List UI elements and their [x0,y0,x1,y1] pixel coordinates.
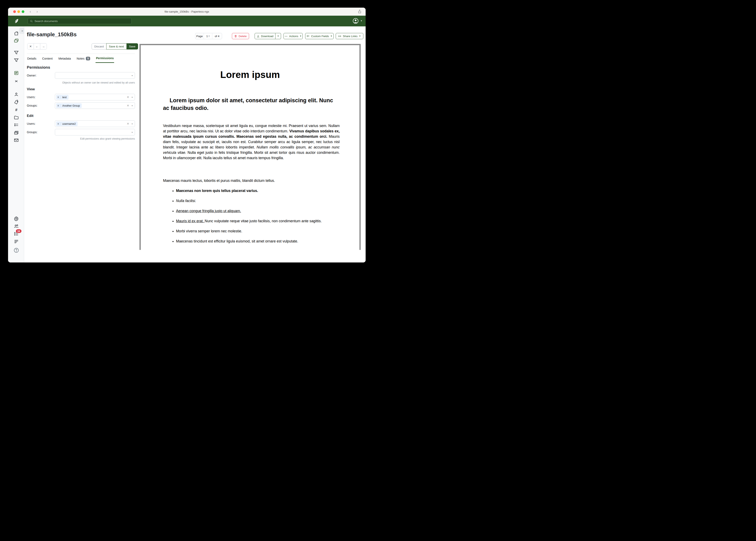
tasks-count-badge: 16 [16,229,21,233]
selected-user-chip: x test [56,95,69,100]
list-item: Aenean congue fringilla justo ut aliquam… [176,208,327,214]
sidebar-item-dashboard[interactable] [14,31,19,36]
sidebar-item-filter[interactable] [14,58,19,63]
chevron-down-icon: ▾ [132,131,133,133]
main-content: file-sample_150kBs ✕ ← → Discard Save & … [24,26,366,263]
page-stepper-icon[interactable]: ▲▼ [208,35,210,37]
caret-down-icon: ▼ [360,20,362,22]
tab-content[interactable]: Content [42,55,53,63]
sidebar-item-users-groups[interactable] [14,224,19,229]
clear-field-icon[interactable]: ✕ [127,96,129,99]
view-users-select[interactable]: x test ✕ ▾ [55,94,135,100]
edit-groups-select[interactable]: ▾ [55,129,135,136]
discard-button[interactable]: Discard [92,43,106,50]
edit-users-label: Users: [27,122,35,125]
owner-select[interactable]: ▾ [55,72,135,79]
window-title: file-sample_150kBs - Paperless-ngx [8,8,366,16]
sidebar-item-file-tasks[interactable] [14,130,19,136]
tab-details[interactable]: Details [27,55,37,63]
remove-chip-icon[interactable]: x [56,96,60,99]
editor-tabs: Details Content Metadata Notes5 Permissi… [27,55,114,63]
sidebar-open-document[interactable] [14,70,19,76]
document-title: file-sample_150kBs [27,31,77,38]
save-and-next-button[interactable]: Save & next [106,43,127,50]
link-icon [338,35,341,38]
view-groups-select[interactable]: x Another Group ✕ ▾ [55,102,135,109]
view-users-label: Users: [27,96,35,99]
caret-down-icon: ▼ [300,35,301,37]
sidebar-item-settings[interactable] [14,216,19,222]
sidebar-item-custom-fields[interactable] [14,122,19,128]
share-links-button[interactable]: Share Links ▼ [336,33,363,39]
edit-users-select[interactable]: x username2 ✕ ▾ [55,120,135,127]
clear-field-icon[interactable]: ✕ [127,122,129,125]
notes-count-badge: 5 [86,57,90,60]
delete-button[interactable]: Delete [232,33,249,39]
owner-label: Owner: [27,74,37,77]
save-button[interactable]: Save [127,43,138,50]
previous-document-button[interactable]: ← [34,44,40,49]
sidebar-item-document-types[interactable] [14,115,19,120]
download-button[interactable]: Download [255,33,275,39]
caret-down-icon: ▼ [330,35,332,37]
chevron-down-icon: ▾ [132,105,133,107]
edit-hint: Edit permissions also grant viewing perm… [55,137,135,140]
sidebar-item-logs[interactable] [14,239,19,244]
close-editor-button[interactable]: ✕ [27,44,34,49]
page-label: Page [195,33,204,39]
sidebar-item-saved-views[interactable] [14,50,19,55]
chevron-down-icon: ▾ [132,96,133,98]
list-item: Maecenas tincidunt est efficitur ligula … [176,239,327,244]
sidebar-item-tags[interactable] [14,99,19,105]
page-count-label: of 4 [212,33,222,39]
sidebar: # 16 [8,26,24,263]
edit-section-heading: Edit [27,114,33,118]
user-avatar-icon [352,18,359,24]
save-button-group: Discard Save & next Save [92,43,138,50]
tab-notes[interactable]: Notes5 [76,55,91,63]
pdf-bullet-list: Maecenas non lorem quis tellus placerat … [163,188,327,249]
page-navigation: Page 1 ▲▼ of 4 [195,33,222,39]
list-item: Morbi viverra semper lorem nec molestie. [176,229,327,234]
document-preview-pane[interactable]: Lorem ipsum Lorem ipsum dolor sit amet, … [139,44,361,250]
pdf-paragraph: Vestibulum neque massa, scelerisque sit … [163,123,340,161]
remove-chip-icon[interactable]: x [56,122,60,125]
list-item: Maecenas non lorem quis tellus placerat … [176,188,327,194]
sidebar-item-documents[interactable] [14,38,19,43]
view-groups-label: Groups: [27,104,38,107]
sidebar-item-help[interactable] [14,248,19,253]
permissions-heading: Permissions [27,65,50,70]
pdf-page: Lorem ipsum Lorem ipsum dolor sit amet, … [141,45,359,250]
search-bar[interactable] [28,18,132,24]
page-number-input[interactable]: 1 ▲▼ [204,33,212,39]
actions-button[interactable]: ⋯ Actions ▼ [283,33,303,39]
sidebar-item-correspondents[interactable] [14,92,19,97]
app-window: ‹ › file-sample_150kBs - Paperless-ngx ▼ [8,8,366,263]
remove-chip-icon[interactable]: x [56,104,60,107]
user-menu[interactable]: ▼ [352,18,362,24]
pdf-heading: Lorem ipsum dolor sit amet, consectetur … [163,97,340,112]
list-item: Mauris id ex erat. Nunc vulputate neque … [176,218,327,224]
custom-fields-icon [307,35,310,38]
close-document-icon[interactable] [14,79,19,84]
macos-titlebar: ‹ › file-sample_150kBs - Paperless-ngx [8,8,366,16]
caret-down-icon: ▼ [277,35,279,37]
sidebar-item-mail[interactable] [14,138,19,143]
next-document-button[interactable]: → [40,44,47,49]
header-divider [27,54,135,54]
clear-field-icon[interactable]: ✕ [127,104,129,107]
pdf-paragraph: Maecenas mauris lectus, lobortis et puru… [163,178,340,183]
ellipsis-icon: ⋯ [285,34,288,38]
app-header: ▼ [8,16,366,26]
custom-fields-button[interactable]: Custom Fields ▼ [305,33,334,39]
download-split-button: Download ▼ [255,33,281,39]
search-icon [30,20,33,23]
sidebar-item-storage-paths[interactable]: # [14,107,19,113]
paperless-logo-icon[interactable] [13,18,19,24]
download-options-button[interactable]: ▼ [275,33,281,39]
tab-metadata[interactable]: Metadata [58,55,71,63]
search-input[interactable] [34,20,129,23]
selected-user-chip: x username2 [56,122,78,126]
share-icon[interactable] [357,9,362,14]
tab-permissions[interactable]: Permissions [96,55,114,63]
